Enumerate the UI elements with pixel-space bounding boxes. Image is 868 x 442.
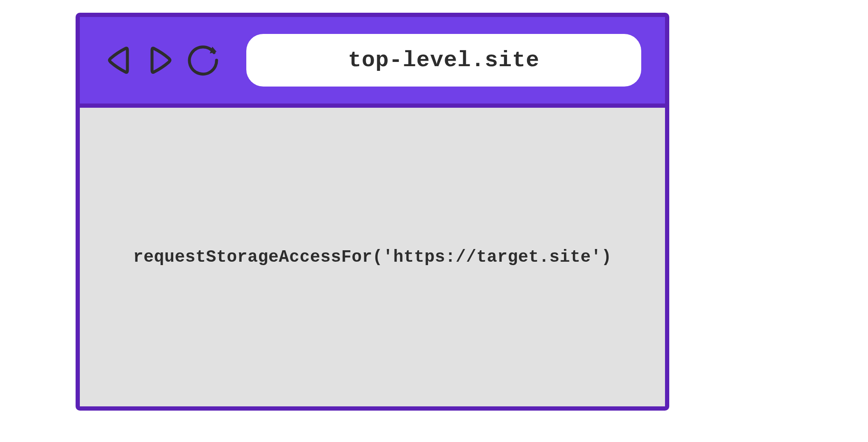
reload-icon[interactable]: [185, 42, 221, 78]
back-icon[interactable]: [104, 43, 135, 77]
forward-icon[interactable]: [144, 43, 176, 77]
browser-window: top-level.site requestStorageAccessFor('…: [76, 13, 669, 411]
nav-icons-group: [104, 42, 221, 78]
browser-toolbar: top-level.site: [80, 17, 665, 108]
address-bar[interactable]: top-level.site: [246, 34, 641, 87]
browser-viewport: requestStorageAccessFor('https://target.…: [80, 108, 665, 406]
code-snippet: requestStorageAccessFor('https://target.…: [133, 248, 612, 267]
address-text: top-level.site: [348, 48, 540, 73]
